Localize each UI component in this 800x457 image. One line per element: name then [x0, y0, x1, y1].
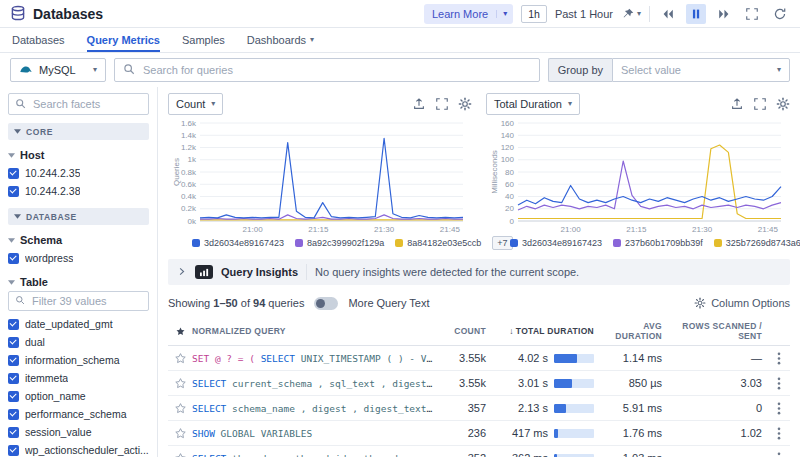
facet-value-label: 10.244.2.38 — [25, 185, 80, 197]
more-query-text-toggle[interactable] — [314, 297, 338, 310]
normalized-query[interactable]: SELECT current_schema , sql_text , diges… — [192, 378, 442, 389]
facet-group-database[interactable]: DATABASE — [8, 208, 149, 225]
fullscreen-button[interactable] — [742, 4, 762, 24]
chevron-down-icon: ▾ — [568, 100, 572, 108]
table-filter-input[interactable] — [30, 294, 142, 308]
tab-samples[interactable]: Samples — [182, 28, 225, 52]
query-search-input[interactable] — [141, 63, 531, 77]
chevron-down-icon: ▾ — [637, 10, 641, 18]
table-row[interactable]: SELECT schema_name , digest , digest_tex… — [168, 396, 790, 421]
export-icon[interactable] — [730, 97, 744, 111]
col-count[interactable]: COUNT — [442, 326, 492, 336]
col-total-duration[interactable]: ↓ TOTAL DURATION — [492, 326, 600, 336]
facet-value-row[interactable]: option_name — [8, 387, 149, 405]
normalized-query[interactable]: SET @ ? = ( SELECT UNIX_TIMESTAMP ( ) - … — [192, 353, 442, 364]
rewind-button[interactable] — [658, 4, 678, 24]
legend-item[interactable]: 237b60b1709bb39f — [613, 238, 703, 248]
legend-item[interactable]: 3d26034e89167423 — [192, 238, 284, 248]
refresh-button[interactable] — [770, 4, 790, 24]
gear-icon[interactable] — [458, 97, 472, 111]
facet-value-row[interactable]: wp_actionscheduler_acti... — [8, 441, 149, 457]
checkbox-checked[interactable] — [8, 427, 19, 438]
favorite-star-icon[interactable] — [168, 377, 192, 390]
time-range-short[interactable]: 1h — [521, 5, 547, 23]
db-engine-select[interactable]: MySQL ▾ — [10, 58, 106, 82]
row-menu-button[interactable] — [768, 452, 790, 457]
facet-value-row[interactable]: performance_schema — [8, 405, 149, 423]
table-row[interactable]: SELECT thread_a . thread_id , thread_a .… — [168, 446, 790, 457]
facet-host[interactable]: Host — [8, 149, 149, 161]
facet-value-row[interactable]: information_schema — [8, 351, 149, 369]
facet-value-row[interactable]: dual — [8, 333, 149, 351]
checkbox-checked[interactable] — [8, 186, 19, 197]
chevron-down-icon[interactable]: ▾ — [496, 10, 513, 18]
legend-item[interactable]: 3d26034e89167423 — [510, 238, 602, 248]
favorite-star-header-icon[interactable] — [168, 326, 192, 337]
pause-button[interactable] — [686, 4, 706, 24]
checkbox-checked[interactable] — [8, 319, 19, 330]
checkbox-checked[interactable] — [8, 391, 19, 402]
gear-icon[interactable] — [776, 97, 790, 111]
checkbox-checked[interactable] — [8, 253, 19, 264]
tab-dashboards[interactable]: Dashboards▾ — [247, 28, 314, 52]
query-search-box[interactable] — [114, 58, 540, 82]
row-menu-button[interactable] — [768, 352, 790, 365]
checkbox-checked[interactable] — [8, 355, 19, 366]
expand-icon[interactable] — [753, 97, 767, 111]
queries-count-chart[interactable]: 1.6k1.4k1.2k1k0.8k0.6k0.4k0.2k0k21:0021:… — [168, 117, 468, 235]
facet-value-row[interactable]: session_value — [8, 423, 149, 441]
chevron-right-icon[interactable] — [176, 266, 187, 279]
checkbox-checked[interactable] — [8, 168, 19, 179]
table-filter-box[interactable] — [8, 291, 149, 311]
legend-item[interactable]: 8a84182e03e5ccb — [395, 238, 481, 248]
facet-value-row[interactable]: 10.244.2.35 — [8, 164, 149, 182]
facet-search-box[interactable] — [8, 93, 149, 115]
time-range-label[interactable]: Past 1 Hour — [555, 8, 613, 20]
column-options-button[interactable]: Column Options — [694, 297, 790, 309]
facet-table[interactable]: Table — [8, 276, 149, 288]
svg-text:21:15: 21:15 — [308, 225, 329, 234]
col-normalized-query[interactable]: NORMALIZED QUERY — [192, 326, 442, 336]
facet-value-row[interactable]: date_updated_gmt — [8, 315, 149, 333]
total-duration-chart[interactable]: 16014012010080604020021:0021:1521:3021:4… — [486, 117, 786, 235]
row-menu-button[interactable] — [768, 402, 790, 415]
facet-value-row[interactable]: itemmeta — [8, 369, 149, 387]
checkbox-checked[interactable] — [8, 409, 19, 420]
legend-item[interactable]: 325b7269d8743a6 — [714, 238, 800, 248]
row-menu-button[interactable] — [768, 427, 790, 440]
expand-icon[interactable] — [435, 97, 449, 111]
favorite-star-icon[interactable] — [168, 427, 192, 440]
table-row[interactable]: SELECT current_schema , sql_text , diges… — [168, 371, 790, 396]
chart-metric-select[interactable]: Total Duration ▾ — [486, 93, 580, 115]
svg-text:60: 60 — [505, 180, 514, 189]
tab-databases[interactable]: Databases — [12, 28, 65, 52]
facet-schema[interactable]: Schema — [8, 234, 149, 246]
chart-metric-select[interactable]: Count ▾ — [168, 93, 223, 115]
fast-forward-button[interactable] — [714, 4, 734, 24]
search-facets-input[interactable] — [31, 97, 142, 111]
checkbox-checked[interactable] — [8, 337, 19, 348]
table-row[interactable]: SET @ ? = ( SELECT UNIX_TIMESTAMP ( ) - … — [168, 346, 790, 371]
query-insights-bar[interactable]: Query Insights No query insights were de… — [168, 259, 790, 285]
normalized-query[interactable]: SELECT thread_a . thread_id , thread_a .… — [192, 453, 442, 457]
tab-query-metrics[interactable]: Query Metrics — [87, 28, 160, 52]
col-avg-duration[interactable]: AVG DURATION — [600, 321, 668, 341]
col-rows-scanned-sent[interactable]: ROWS SCANNED / SENT — [668, 321, 768, 341]
learn-more-button[interactable]: Learn More ▾ — [424, 4, 513, 24]
facet-value-row[interactable]: 10.244.2.38 — [8, 182, 149, 200]
legend-item[interactable]: 8a92c399902f129a — [295, 238, 384, 248]
favorite-star-icon[interactable] — [168, 352, 192, 365]
checkbox-checked[interactable] — [8, 373, 19, 384]
favorite-star-icon[interactable] — [168, 452, 192, 457]
normalized-query[interactable]: SHOW GLOBAL VARIABLES — [192, 428, 442, 439]
checkbox-checked[interactable] — [8, 445, 19, 456]
facet-group-core[interactable]: CORE — [8, 123, 149, 140]
facet-value-row[interactable]: wordpress — [8, 249, 149, 267]
pin-dropdown[interactable]: ▾ — [621, 7, 641, 21]
group-by-select[interactable]: Select value ▾ — [612, 58, 790, 82]
row-menu-button[interactable] — [768, 377, 790, 390]
favorite-star-icon[interactable] — [168, 402, 192, 415]
table-row[interactable]: SHOW GLOBAL VARIABLES236417 ms1.76 ms1.0… — [168, 421, 790, 446]
export-icon[interactable] — [412, 97, 426, 111]
normalized-query[interactable]: SELECT schema_name , digest , digest_tex… — [192, 403, 442, 414]
